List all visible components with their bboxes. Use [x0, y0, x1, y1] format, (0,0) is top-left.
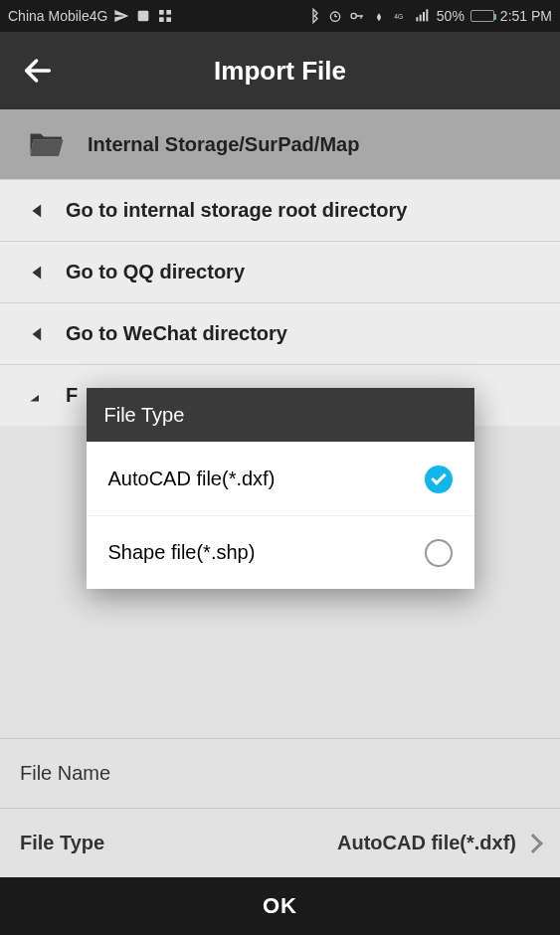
option-label: AutoCAD file(*.dxf)	[108, 468, 276, 490]
battery-icon	[470, 10, 494, 22]
clock: 2:51 PM	[500, 8, 552, 24]
ok-button[interactable]: OK	[0, 877, 560, 935]
alarm-icon	[327, 8, 343, 24]
chevron-right-icon	[523, 834, 543, 853]
file-type-value: AutoCAD file(*.dxf)	[337, 832, 516, 854]
ok-label: OK	[263, 893, 297, 919]
svg-point-6	[351, 13, 356, 18]
svg-text:4G: 4G	[394, 13, 403, 20]
status-left: China Mobile4G	[8, 8, 173, 24]
radio-unselected-icon	[425, 539, 453, 567]
grid-icon	[157, 8, 173, 24]
svg-rect-1	[159, 10, 164, 15]
file-type-label: File Type	[20, 832, 337, 854]
path-text: Internal Storage/SurPad/Map	[88, 133, 359, 156]
option-label: Shape file(*.shp)	[108, 541, 256, 564]
svg-rect-3	[159, 17, 164, 22]
paper-plane-icon	[113, 8, 129, 24]
file-type-dialog: File Type AutoCAD file(*.dxf) Shape file…	[87, 388, 474, 589]
notification-icon	[135, 8, 151, 24]
svg-rect-10	[423, 12, 425, 21]
back-button[interactable]	[18, 51, 58, 91]
go-icon	[26, 324, 52, 344]
dir-label: Go to QQ directory	[66, 261, 245, 283]
dialog-title: File Type	[87, 388, 474, 442]
svg-rect-4	[167, 17, 172, 22]
go-root-item[interactable]: Go to internal storage root directory	[0, 179, 560, 241]
current-path-row[interactable]: Internal Storage/SurPad/Map	[0, 109, 560, 179]
signal-icon	[415, 8, 431, 24]
go-icon	[26, 263, 52, 282]
bluetooth-icon	[305, 8, 321, 24]
page-title: Import File	[214, 56, 346, 87]
wifi-icon	[371, 8, 387, 24]
dir-label: Go to WeChat directory	[66, 322, 287, 345]
svg-rect-2	[167, 10, 172, 15]
go-qq-item[interactable]: Go to QQ directory	[0, 241, 560, 302]
battery-pct: 50%	[437, 8, 465, 24]
option-dxf[interactable]: AutoCAD file(*.dxf)	[87, 442, 474, 515]
lower-panel: File Name File Type AutoCAD file(*.dxf) …	[0, 738, 560, 935]
status-right: 4G 50% 2:51 PM	[305, 8, 552, 24]
svg-rect-0	[138, 11, 149, 22]
file-type-row[interactable]: File Type AutoCAD file(*.dxf)	[0, 808, 560, 877]
arrow-left-icon	[21, 54, 55, 88]
file-name-row[interactable]: File Name	[0, 738, 560, 808]
status-bar: China Mobile4G 4G 50% 2:51 PM	[0, 0, 560, 32]
go-wechat-item[interactable]: Go to WeChat directory	[0, 302, 560, 364]
svg-rect-8	[416, 17, 418, 21]
header: Import File	[0, 32, 560, 109]
go-icon	[26, 201, 52, 221]
dir-label: F	[66, 384, 78, 407]
up-icon	[26, 386, 52, 406]
file-type-value-wrap: AutoCAD file(*.dxf)	[337, 832, 540, 854]
radio-selected-icon	[425, 466, 453, 493]
svg-rect-9	[419, 15, 421, 22]
key-icon	[349, 8, 365, 24]
option-shp[interactable]: Shape file(*.shp)	[87, 515, 474, 589]
file-name-label: File Name	[20, 762, 540, 785]
svg-rect-11	[426, 9, 428, 21]
lte-icon: 4G	[393, 8, 409, 24]
carrier-label: China Mobile4G	[8, 8, 107, 24]
folder-open-icon	[28, 129, 66, 159]
dir-label: Go to internal storage root directory	[66, 199, 407, 222]
